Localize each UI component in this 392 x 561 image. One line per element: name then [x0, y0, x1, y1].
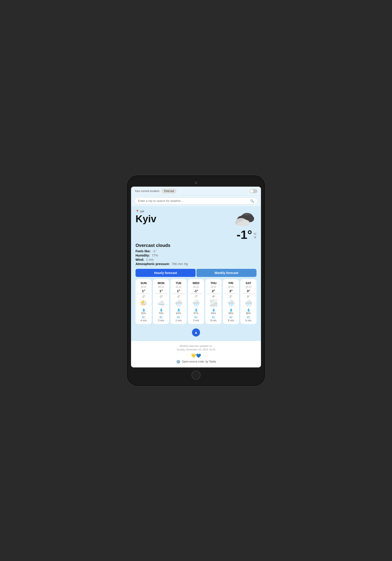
precip-pct: 98% — [228, 312, 233, 314]
precip-row: 💧 83% — [211, 308, 216, 314]
pressure-value: 766 mm Hg — [172, 262, 188, 266]
hearts: 💛💙 — [135, 353, 257, 358]
city-country: 📍 UA — [136, 210, 232, 213]
search-bar: 🔍 — [131, 196, 261, 206]
tablet-camera — [195, 182, 197, 184]
wind-row: 💨 3 m/s — [158, 315, 164, 322]
day-name: SAT — [245, 281, 251, 285]
pressure-row: Atmospheric pressure: 766 mm Hg — [136, 262, 256, 266]
day-card: FRI 24.11 3° 2° 🌧️ 💧 98% 💨 8 m/s — [223, 279, 239, 324]
wind-row: 💨 4 m/s — [141, 315, 147, 322]
day-date: 20.11 — [158, 286, 164, 288]
temp-high: 1° — [137, 289, 150, 294]
day-name: SUN — [140, 281, 147, 285]
precip-pct: 97% — [193, 312, 199, 314]
precip-row: 💧 98% — [228, 308, 233, 314]
updated-time: Sunday, November 19, 2023, 02:43 — [177, 348, 215, 351]
wind-icon: 💨 — [194, 315, 198, 319]
temp-high: 3° — [242, 289, 255, 294]
precip-row: 💧 70% — [159, 308, 164, 314]
precip-icon: 💧 — [247, 308, 250, 312]
wind-icon: 💨 — [212, 315, 215, 319]
pin-icon: 📍 — [136, 210, 139, 213]
precip-icon: 💧 — [229, 308, 233, 312]
precip-icon: 💧 — [142, 308, 146, 312]
weekly-forecast-tab[interactable]: Weekly forecast — [196, 269, 256, 277]
day-date: 21.11 — [176, 286, 181, 288]
location-toggle[interactable] — [250, 189, 257, 193]
location-bar: Your current location: Find out — [131, 187, 261, 196]
find-out-button[interactable]: Find out — [162, 189, 176, 193]
github-label: Open-source code, by Tasita — [182, 360, 216, 363]
location-bar-left: Your current location: Find out — [135, 189, 176, 193]
temp-high: 2° — [207, 289, 220, 294]
temp-high: -1° — [189, 289, 203, 294]
wind-speed: 2 m/s — [176, 319, 182, 322]
precip-icon: 💧 — [159, 308, 163, 312]
scroll-up-button[interactable]: ▲ — [192, 328, 200, 336]
wind-row: 💨 2 m/s — [176, 315, 182, 322]
day-weather-icon: 🌫️ — [210, 300, 218, 306]
day-date: 19.11 — [141, 286, 146, 288]
precip-pct: 83% — [211, 312, 216, 314]
wind-speed: 4 m/s — [141, 319, 147, 322]
wind-value: 1 m/s — [146, 258, 154, 261]
temp-units: °C °F — [254, 233, 256, 239]
app-container: Your current location: Find out 🔍 📍 — [131, 187, 261, 367]
humidity-label: Humidity: — [136, 254, 150, 257]
day-date: 25.11 — [245, 286, 251, 288]
day-card: SAT 25.11 3° 0° 🌨️ 💧 86% 💨 6 m/s — [240, 279, 256, 324]
day-date: 24.11 — [228, 286, 234, 288]
github-row: ⚙️ Open-source code, by Tasita — [135, 360, 257, 364]
weather-main: 📍 UA Kyiv — [131, 206, 261, 341]
last-updated: Weather data last updated on: Sunday, No… — [135, 344, 257, 352]
precip-row: 💧 55% — [141, 308, 146, 314]
temp-low: -2° — [177, 295, 180, 298]
day-weather-icon: ☁️ — [157, 300, 165, 306]
day-name: THU — [211, 281, 217, 285]
search-input-wrap: 🔍 — [135, 198, 257, 204]
day-card: MON 20.11 1° -2° ☁️ 💧 70% 💨 3 m/s — [153, 279, 169, 324]
wind-speed: 8 m/s — [228, 319, 234, 322]
humidity-row: Humidity: 77% — [136, 254, 256, 257]
wind-speed: 3 m/s — [158, 319, 164, 322]
celsius-button[interactable]: °C — [254, 233, 256, 236]
wind-icon: 💨 — [159, 315, 163, 319]
day-weather-icon: 🌧️ — [192, 300, 200, 306]
day-name: MON — [158, 281, 164, 285]
temp-low: -7° — [194, 295, 198, 298]
day-name: TUE — [176, 281, 181, 285]
precip-icon: 💧 — [212, 308, 215, 312]
wind-icon: 💨 — [177, 315, 180, 319]
precip-row: 💧 64% — [176, 308, 181, 314]
wind-speed: 8 m/s — [211, 319, 217, 322]
search-input[interactable] — [138, 199, 248, 203]
precip-pct: 64% — [176, 312, 181, 314]
precip-pct: 55% — [141, 312, 146, 314]
day-weather-icon: 🌧️ — [227, 300, 235, 306]
wind-icon: 💨 — [142, 315, 145, 319]
city-name: Kyiv — [136, 214, 232, 224]
hourly-forecast-tab[interactable]: Hourly forecast — [136, 269, 196, 277]
temp-low: -2° — [159, 295, 163, 298]
day-date: 23.11 — [211, 286, 216, 288]
search-icon: 🔍 — [250, 199, 254, 203]
fahrenheit-button[interactable]: °F — [254, 236, 256, 239]
temp-area: -1° °C °F — [237, 228, 256, 241]
wind-speed: 3 m/s — [193, 319, 199, 322]
temp-low: 0° — [247, 295, 250, 298]
wind-row: Wind: 1 m/s — [136, 258, 256, 261]
precip-icon: 💧 — [177, 308, 180, 312]
country-code: UA — [140, 210, 144, 213]
tablet-screen: Your current location: Find out 🔍 📍 — [131, 187, 261, 367]
precip-icon: 💧 — [194, 308, 198, 312]
tablet-home-button[interactable] — [191, 371, 201, 379]
day-card: TUE 21.11 1° -2° 🌨️ 💧 64% 💨 2 m/s — [170, 279, 187, 324]
wind-icon: 💨 — [247, 315, 250, 319]
humidity-value: 77% — [152, 254, 158, 257]
precip-pct: 86% — [246, 312, 251, 314]
precip-pct: 70% — [159, 312, 164, 314]
day-card: WED 22.11 -1° -7° 🌧️ 💧 97% 💨 3 m/s — [188, 279, 204, 324]
weather-description: Overcast clouds Feels like: -1° Humidity… — [136, 243, 256, 266]
weather-condition: Overcast clouds — [136, 243, 256, 248]
